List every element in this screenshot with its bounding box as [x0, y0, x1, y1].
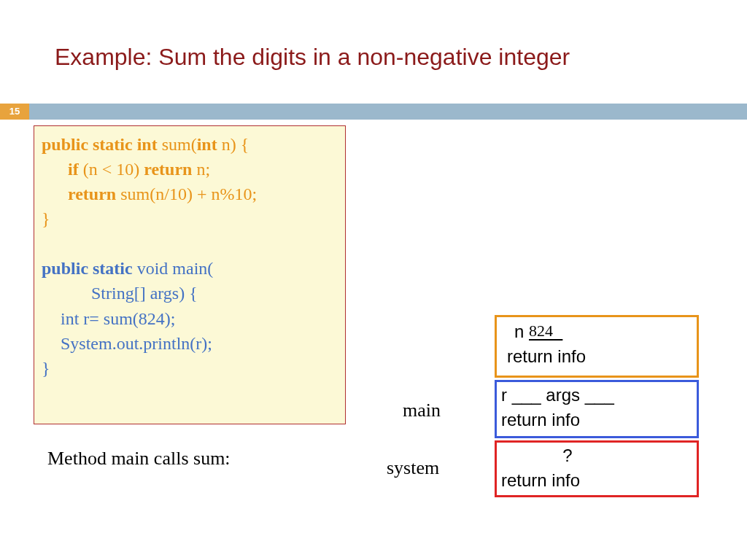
frame-row: r ___ args ___: [501, 385, 692, 405]
stack-frame-main: r ___ args ___ return info: [495, 380, 699, 438]
code-line: int r= sum(824);: [42, 306, 338, 331]
frame-row: n 824: [504, 322, 689, 342]
code-line: if (n < 10) return n;: [42, 157, 338, 182]
page-number-badge: 15: [0, 104, 29, 120]
frame-row: ?: [501, 446, 692, 466]
var-value: 824: [529, 322, 553, 340]
code-box: public static int sum(int n) { if (n < 1…: [34, 125, 346, 424]
label-main: main: [403, 400, 441, 421]
frame-row: return info: [504, 346, 689, 367]
code-line: public static void main(: [42, 256, 338, 281]
code-text: sum(: [162, 135, 197, 154]
stack-frame-system: ? return info: [495, 440, 699, 497]
header-bar: [29, 104, 747, 120]
stack-frame-sum: n 824 return info: [495, 315, 699, 378]
frame-row: return info: [501, 470, 692, 491]
code-line: }: [42, 356, 338, 381]
code-text: (n < 10): [83, 160, 144, 179]
code-text: System.out.println(r);: [61, 334, 212, 353]
keyword: if: [68, 160, 83, 179]
keyword: return: [68, 184, 120, 203]
code-text: n) {: [222, 135, 249, 154]
var-label: n: [514, 322, 529, 341]
keyword: public static int: [42, 135, 162, 154]
keyword: return: [144, 160, 196, 179]
code-line: System.out.println(r);: [42, 331, 338, 356]
code-line: return sum(n/10) + n%10;: [42, 182, 338, 206]
caption-text: Method main calls sum:: [47, 448, 231, 470]
code-text: String[] args) {: [91, 284, 198, 303]
code-text: void main(: [137, 259, 214, 278]
code-text: sum(n/10) + n%10;: [120, 184, 257, 203]
code-line: }: [42, 206, 338, 231]
code-text: int r= sum(824);: [61, 309, 176, 328]
code-text: n;: [196, 160, 210, 179]
slide-title: Example: Sum the digits in a non-negativ…: [55, 44, 570, 71]
frame-row: return info: [501, 410, 692, 430]
label-system: system: [387, 457, 439, 479]
blank-line: [42, 231, 338, 256]
keyword: int: [197, 135, 222, 154]
keyword: public static: [42, 259, 137, 278]
code-line: public static int sum(int n) {: [42, 132, 338, 157]
code-line: String[] args) {: [42, 281, 338, 306]
